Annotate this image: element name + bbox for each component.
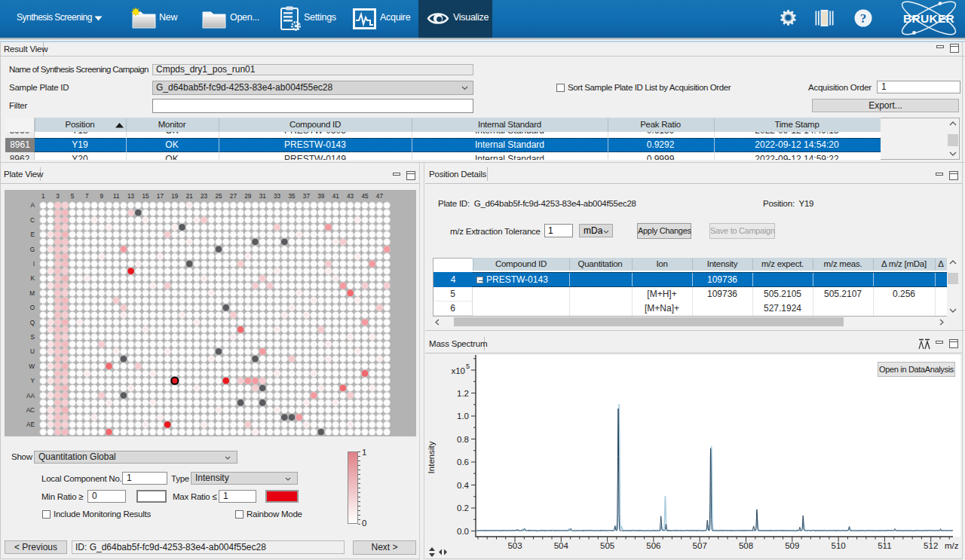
svg-text:Q: Q (30, 320, 35, 326)
svg-text:W: W (29, 363, 35, 370)
svg-text:39: 39 (317, 193, 325, 200)
svg-text:M: M (29, 290, 35, 297)
svg-text:5: 5 (71, 193, 75, 200)
svg-text:31: 31 (259, 193, 267, 200)
svg-text:21: 21 (186, 193, 194, 200)
svg-text:37: 37 (303, 193, 311, 200)
svg-text:510: 510 (832, 541, 846, 550)
svg-text:43: 43 (347, 193, 354, 200)
svg-text:K: K (31, 275, 35, 282)
svg-text:1.0: 1.0 (457, 412, 469, 421)
svg-text:E: E (31, 231, 35, 238)
svg-text:507: 507 (693, 541, 707, 550)
svg-text:512: 512 (924, 541, 938, 550)
svg-text:505: 505 (600, 541, 614, 550)
svg-text:S: S (31, 334, 35, 341)
svg-text:Intensity: Intensity (427, 441, 436, 473)
svg-text:15: 15 (142, 193, 149, 200)
svg-text:0.0: 0.0 (457, 527, 469, 536)
svg-text:511: 511 (878, 541, 891, 550)
svg-text:A: A (31, 202, 35, 209)
svg-text:0.6: 0.6 (457, 457, 469, 467)
svg-text:I: I (33, 261, 35, 268)
svg-text:27: 27 (230, 193, 237, 200)
svg-text:33: 33 (274, 193, 281, 200)
svg-text:AC: AC (26, 407, 35, 414)
svg-text:19: 19 (171, 193, 179, 200)
svg-text:O: O (30, 304, 35, 311)
svg-text:?: ? (860, 11, 867, 26)
svg-text:G: G (30, 246, 35, 253)
svg-text:0.8: 0.8 (457, 435, 469, 444)
svg-text:5: 5 (466, 363, 470, 370)
svg-text:23: 23 (201, 193, 208, 200)
svg-text:7: 7 (85, 193, 89, 200)
svg-text:0.4: 0.4 (457, 481, 470, 490)
svg-text:3: 3 (56, 193, 60, 200)
svg-text:509: 509 (785, 541, 799, 550)
svg-text:9: 9 (100, 193, 104, 200)
svg-text:45: 45 (361, 193, 369, 200)
svg-text:BRUKER: BRUKER (903, 12, 954, 25)
svg-text:x10: x10 (451, 366, 465, 375)
svg-text:504: 504 (554, 541, 569, 550)
svg-text:1: 1 (41, 193, 45, 200)
svg-text:AE: AE (26, 421, 35, 428)
svg-text:Y: Y (31, 378, 35, 384)
svg-text:m/z: m/z (945, 541, 959, 550)
svg-text:U: U (30, 348, 35, 355)
svg-text:503: 503 (507, 541, 522, 550)
svg-text:506: 506 (646, 541, 660, 550)
svg-text:41: 41 (332, 193, 340, 200)
svg-text:1.2: 1.2 (457, 389, 469, 398)
svg-text:AA: AA (26, 393, 35, 399)
svg-text:13: 13 (127, 193, 135, 200)
svg-text:29: 29 (244, 193, 252, 200)
svg-text:35: 35 (288, 193, 296, 200)
svg-text:508: 508 (739, 541, 753, 550)
svg-text:47: 47 (376, 193, 384, 200)
svg-text:C: C (30, 217, 35, 224)
svg-text:17: 17 (157, 193, 164, 200)
svg-text:0.2: 0.2 (457, 503, 469, 513)
svg-text:25: 25 (215, 193, 222, 200)
svg-text:11: 11 (113, 193, 120, 200)
